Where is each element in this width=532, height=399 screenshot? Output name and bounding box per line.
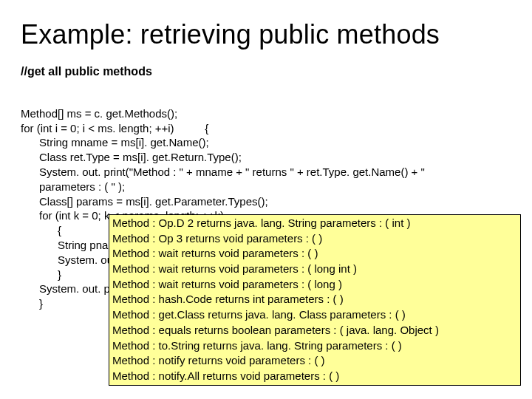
code-line: Method[] ms = c. get.Methods(); bbox=[21, 107, 177, 120]
output-line: Method : notify.All returns void paramet… bbox=[112, 369, 517, 384]
output-line: Method : equals returns boolean paramete… bbox=[112, 323, 517, 338]
output-overlay: Method : Op.D 2 returns java. lang. Stri… bbox=[109, 214, 521, 386]
output-line: Method : wait returns void parameters : … bbox=[112, 246, 517, 262]
code-line: { bbox=[21, 224, 61, 236]
output-line: Method : hash.Code returns int parameter… bbox=[112, 292, 517, 307]
output-line: Method : wait returns void parameters : … bbox=[112, 262, 517, 277]
code-line: parameters : ( " ); bbox=[21, 180, 125, 193]
code-line: } bbox=[21, 268, 61, 281]
output-line: Method : to.String returns java. lang. S… bbox=[112, 338, 517, 354]
code-line: Class[] params = ms[i]. get.Parameter.Ty… bbox=[21, 195, 268, 208]
output-line: Method : wait returns void parameters : … bbox=[112, 277, 517, 293]
code-line: for (int i = 0; i < ms. length; ++i) { bbox=[21, 122, 208, 134]
code-line: Class ret.Type = ms[i]. get.Return.Type(… bbox=[21, 151, 242, 163]
code-line: System. out. print("Method : " + mname +… bbox=[21, 166, 425, 178]
code-line: String mname = ms[i]. get.Name(); bbox=[21, 136, 209, 149]
output-line: Method : Op.D 2 returns java. lang. Stri… bbox=[112, 216, 517, 231]
output-line: Method : Op 3 returns void parameters : … bbox=[112, 231, 517, 247]
slide: Example: retrieving public methods //get… bbox=[0, 0, 532, 399]
code-comment: //get all public methods bbox=[21, 65, 511, 78]
slide-title: Example: retrieving public methods bbox=[21, 19, 511, 50]
output-line: Method : notify returns void parameters … bbox=[112, 353, 517, 369]
output-line: Method : get.Class returns java. lang. C… bbox=[112, 307, 517, 323]
code-line: } bbox=[21, 297, 43, 310]
